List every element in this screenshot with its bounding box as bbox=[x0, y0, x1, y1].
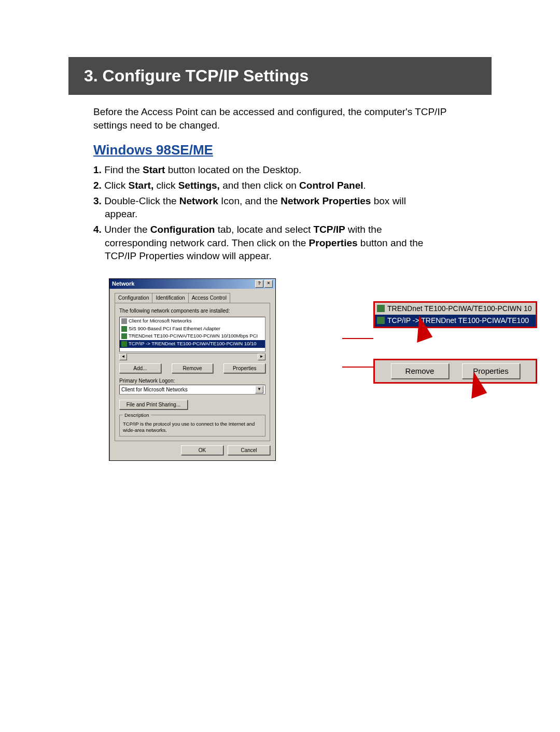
scroll-left-icon[interactable]: ◄ bbox=[119, 354, 127, 360]
callout-item-selected: TCP/IP -> TRENDnet TE100-PCIWA/TE100 bbox=[375, 315, 536, 327]
step-number: 1. bbox=[93, 164, 102, 175]
list-item[interactable]: TRENDnet TE100-PCIWA/TE100-PCIWN 10/100M… bbox=[120, 332, 265, 340]
logon-value: Client for Microsoft Networks bbox=[121, 386, 188, 393]
content-area: Before the Access Point can be accessed … bbox=[93, 105, 477, 461]
add-button[interactable]: Add... bbox=[119, 363, 161, 374]
adapter-icon bbox=[121, 326, 127, 332]
chevron-down-icon[interactable]: ▼ bbox=[255, 386, 263, 393]
adapter-icon bbox=[377, 305, 385, 312]
step-1: 1. Find the Start button located on the … bbox=[93, 163, 477, 177]
step-3: 3. Double-Click the Network Icon, and th… bbox=[93, 194, 477, 221]
dialog-title: Network bbox=[112, 280, 134, 288]
components-listbox[interactable]: Client for Microsoft Networks SiS 900-Ba… bbox=[119, 317, 265, 352]
horizontal-scrollbar[interactable]: ◄ ► bbox=[119, 353, 265, 360]
callout-item: TRENDnet TE100-PCIWA/TE100-PCIWN 10 bbox=[375, 303, 536, 315]
list-item-selected[interactable]: TCP/IP -> TRENDnet TE100-PCIWA/TE100-PCI… bbox=[120, 340, 265, 348]
intro-paragraph: Before the Access Point can be accessed … bbox=[93, 105, 477, 132]
connector-line bbox=[342, 367, 373, 368]
protocol-icon bbox=[377, 317, 385, 324]
section-header: 3. Configure TCP/IP Settings bbox=[68, 57, 492, 95]
connector-line bbox=[342, 338, 373, 339]
file-print-sharing-button[interactable]: File and Print Sharing... bbox=[119, 400, 188, 410]
remove-button-zoom: Remove bbox=[391, 363, 449, 379]
description-legend: Description bbox=[123, 412, 151, 419]
description-text: TCP/IP is the protocol you use to connec… bbox=[123, 421, 262, 433]
protocol-icon bbox=[121, 341, 127, 347]
step-4: 4. Under the Configuration tab, locate a… bbox=[93, 223, 477, 263]
tab-identification[interactable]: Identification bbox=[152, 293, 188, 303]
callout-buttons-zoom: Remove Properties bbox=[373, 359, 537, 384]
steps-list: 1. Find the Start button located on the … bbox=[93, 163, 477, 262]
step-number: 4. bbox=[93, 224, 102, 235]
callout-list-zoom: TRENDnet TE100-PCIWA/TE100-PCIWN 10 TCP/… bbox=[373, 301, 537, 328]
scroll-right-icon[interactable]: ► bbox=[258, 354, 265, 360]
dialog-titlebar: Network ? × bbox=[109, 279, 275, 289]
cancel-button[interactable]: Cancel bbox=[228, 445, 270, 456]
adapter-icon bbox=[121, 333, 127, 339]
client-icon bbox=[121, 318, 127, 324]
network-dialog: Network ? × Configuration Identification… bbox=[109, 278, 276, 461]
remove-button[interactable]: Remove bbox=[172, 363, 214, 374]
ok-button[interactable]: OK bbox=[181, 445, 223, 456]
tab-configuration[interactable]: Configuration bbox=[115, 293, 152, 303]
step-number: 3. bbox=[93, 195, 102, 206]
list-item[interactable]: SiS 900-Based PCI Fast Ethernet Adapter bbox=[120, 325, 265, 333]
logon-label: Primary Network Logon: bbox=[119, 377, 265, 385]
help-icon[interactable]: ? bbox=[255, 280, 263, 288]
step-2: 2. Click Start, click Settings, and then… bbox=[93, 179, 477, 192]
description-group: Description TCP/IP is the protocol you u… bbox=[119, 415, 265, 437]
tab-access-control[interactable]: Access Control bbox=[188, 293, 230, 303]
tab-strip: Configuration Identification Access Cont… bbox=[115, 293, 270, 303]
properties-button[interactable]: Properties bbox=[223, 363, 265, 374]
list-label: The following network components are ins… bbox=[119, 307, 265, 315]
close-icon[interactable]: × bbox=[264, 280, 273, 288]
os-subheading: Windows 98SE/ME bbox=[93, 141, 477, 159]
tab-panel: The following network components are ins… bbox=[115, 303, 270, 441]
step-number: 2. bbox=[93, 180, 102, 191]
logon-combo[interactable]: Client for Microsoft Networks ▼ bbox=[119, 385, 265, 395]
diagram-row: Network ? × Configuration Identification… bbox=[109, 278, 477, 461]
list-item[interactable]: Client for Microsoft Networks bbox=[120, 317, 265, 325]
